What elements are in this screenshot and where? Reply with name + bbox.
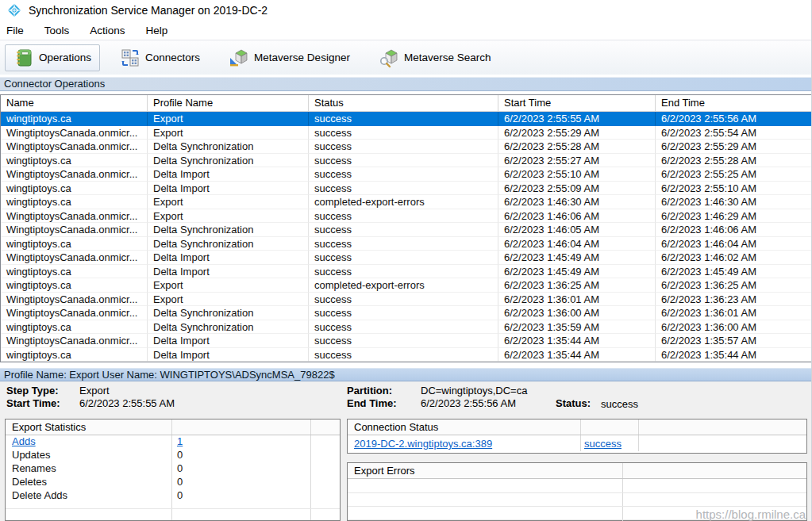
- cell-status: success: [309, 209, 498, 224]
- cell-status: completed-export-errors: [309, 195, 498, 209]
- cell-end-time: 6/2/2023 1:46:04 AM: [656, 237, 812, 251]
- table-row[interactable]: wingtiptoys.ca Delta Synchronization suc…: [1, 237, 811, 251]
- sync-service-manager-window: { "window": { "title": "Synchronization …: [0, 0, 812, 521]
- column-header-start-time[interactable]: Start Time: [498, 95, 656, 111]
- connectors-button[interactable]: Connectors: [111, 44, 209, 71]
- table-row[interactable]: wingtiptoys.ca Delta Import success 6/2/…: [1, 348, 811, 362]
- statistic-label: Renames: [6, 462, 171, 476]
- cell-start-time: 6/2/2023 2:55:10 AM: [498, 167, 656, 182]
- table-row[interactable]: wingtiptoys.ca Export completed-export-e…: [1, 195, 811, 209]
- cell-status: success: [309, 293, 498, 307]
- table-row[interactable]: WingtiptoysCanada.onmicr... Export succe…: [1, 293, 811, 307]
- cell-start-time: 6/2/2023 2:55:09 AM: [498, 182, 656, 196]
- cell-name: wingtiptoys.ca: [1, 182, 148, 196]
- cell-start-time: 6/2/2023 1:35:59 AM: [498, 320, 656, 335]
- table-row[interactable]: WingtiptoysCanada.onmicr... Delta Synchr…: [1, 140, 811, 154]
- statistic-label: Updates: [6, 449, 171, 462]
- connector-operations-banner: Connector Operations: [0, 77, 811, 91]
- cell-start-time: 6/2/2023 2:55:27 AM: [498, 154, 656, 168]
- table-row[interactable]: WingtiptoysCanada.onmicr... Delta Synchr…: [1, 306, 811, 320]
- column-header-profile-name[interactable]: Profile Name: [148, 95, 309, 111]
- export-errors-header: Export Errors: [348, 463, 806, 479]
- statistic-label: Delete Adds: [6, 489, 171, 503]
- metaverse-search-label: Metaverse Search: [404, 52, 491, 63]
- statistic-value: 0: [171, 489, 183, 503]
- cell-end-time: 6/2/2023 2:55:56 AM: [656, 112, 812, 126]
- menu-bar: File Tools Actions Help: [0, 21, 811, 40]
- cell-name: WingtiptoysCanada.onmicr...: [1, 306, 148, 320]
- cell-profile-name: Export: [148, 293, 309, 307]
- cell-start-time: 6/2/2023 1:46:30 AM: [498, 195, 656, 209]
- table-row[interactable]: WingtiptoysCanada.onmicr... Delta Import…: [1, 251, 811, 265]
- cell-end-time: 6/2/2023 2:55:25 AM: [656, 167, 812, 182]
- cell-end-time: 6/2/2023 1:36:01 AM: [656, 306, 812, 320]
- menu-help[interactable]: Help: [146, 25, 168, 36]
- table-row[interactable]: wingtiptoys.ca Export completed-export-e…: [1, 278, 811, 293]
- connection-server-link[interactable]: 2019-DC-2.wingtiptoys.ca:389: [354, 437, 492, 451]
- menu-actions[interactable]: Actions: [90, 25, 125, 36]
- cell-name: WingtiptoysCanada.onmicr...: [1, 167, 148, 182]
- cell-end-time: 6/2/2023 2:55:54 AM: [656, 126, 812, 140]
- metaverse-search-icon: [379, 48, 399, 68]
- connector-operations-title: Connector Operations: [4, 78, 105, 90]
- title-bar: Synchronization Service Manager on 2019-…: [0, 0, 811, 21]
- cell-profile-name: Export: [148, 126, 309, 140]
- cell-end-time: 6/2/2023 1:46:06 AM: [656, 223, 812, 237]
- cell-start-time: 6/2/2023 1:36:00 AM: [498, 306, 656, 320]
- table-row[interactable]: WingtiptoysCanada.onmicr... Delta Import…: [1, 167, 811, 182]
- profile-detail-banner: Profile Name: Export User Name: WINGTIPT…: [0, 368, 811, 381]
- cell-start-time: 6/2/2023 1:35:44 AM: [498, 334, 656, 348]
- cell-status: completed-export-errors: [309, 278, 498, 293]
- cell-start-time: 6/2/2023 1:45:49 AM: [498, 265, 656, 279]
- statistic-value: 0: [171, 462, 183, 476]
- column-header-name[interactable]: Name: [1, 95, 148, 111]
- cell-end-time: 6/2/2023 2:55:10 AM: [656, 182, 812, 196]
- statistic-row[interactable]: Delete Adds 0: [6, 489, 340, 503]
- connection-status-link[interactable]: success: [584, 437, 622, 451]
- metaverse-designer-button[interactable]: Metaverse Designer: [220, 44, 359, 71]
- cell-end-time: 6/2/2023 2:55:28 AM: [656, 154, 812, 168]
- table-row[interactable]: wingtiptoys.ca Export success 6/2/2023 2…: [1, 112, 811, 126]
- cell-name: WingtiptoysCanada.onmicr...: [1, 209, 148, 224]
- operations-button[interactable]: Operations: [5, 44, 100, 71]
- table-header: Name Profile Name Status Start Time End …: [1, 95, 811, 112]
- statistic-row[interactable]: Adds 1: [6, 435, 340, 449]
- cell-status: success: [309, 182, 498, 196]
- statistic-row[interactable]: Renames 0: [6, 462, 340, 476]
- cell-start-time: 6/2/2023 1:46:04 AM: [498, 237, 656, 251]
- cell-end-time: 6/2/2023 1:36:23 AM: [656, 293, 812, 307]
- cell-name: WingtiptoysCanada.onmicr...: [1, 126, 148, 140]
- cell-name: wingtiptoys.ca: [1, 348, 148, 362]
- menu-tools[interactable]: Tools: [44, 25, 70, 36]
- cell-status: success: [309, 112, 498, 126]
- cell-end-time: 6/2/2023 1:36:25 AM: [656, 278, 812, 293]
- menu-file[interactable]: File: [6, 25, 24, 36]
- table-row[interactable]: WingtiptoysCanada.onmicr... Delta Import…: [1, 334, 811, 348]
- cell-end-time: 6/2/2023 1:35:44 AM: [656, 348, 812, 362]
- cell-start-time: 6/2/2023 1:35:44 AM: [498, 348, 656, 362]
- cell-start-time: 6/2/2023 1:46:06 AM: [498, 209, 656, 224]
- table-row[interactable]: WingtiptoysCanada.onmicr... Export succe…: [1, 209, 811, 224]
- table-row[interactable]: wingtiptoys.ca Delta Synchronization suc…: [1, 154, 811, 168]
- statistic-row[interactable]: Updates 0: [6, 449, 340, 462]
- column-header-status[interactable]: Status: [309, 95, 498, 111]
- table-row[interactable]: wingtiptoys.ca Delta Import success 6/2/…: [1, 182, 811, 196]
- cell-status: success: [309, 167, 498, 182]
- statistic-label: Deletes: [6, 476, 171, 489]
- cell-end-time: 6/2/2023 1:46:02 AM: [656, 251, 812, 265]
- column-header-end-time[interactable]: End Time: [656, 95, 812, 111]
- status-label: Status:: [556, 397, 591, 409]
- table-row[interactable]: wingtiptoys.ca Delta Synchronization suc…: [1, 320, 811, 335]
- table-row[interactable]: WingtiptoysCanada.onmicr... Export succe…: [1, 126, 811, 140]
- export-statistics-header: Export Statistics: [6, 419, 340, 435]
- cell-start-time: 6/2/2023 2:55:29 AM: [498, 126, 656, 140]
- table-row[interactable]: WingtiptoysCanada.onmicr... Delta Synchr…: [1, 223, 811, 237]
- metaverse-search-button[interactable]: Metaverse Search: [370, 44, 500, 71]
- cell-end-time: 6/2/2023 1:36:00 AM: [656, 320, 812, 335]
- cell-status: success: [309, 154, 498, 168]
- statistic-value: 0: [171, 449, 183, 462]
- table-row[interactable]: wingtiptoys.ca Delta Import success 6/2/…: [1, 265, 811, 279]
- statistic-value: 1: [171, 435, 183, 449]
- cell-name: WingtiptoysCanada.onmicr...: [1, 140, 148, 154]
- statistic-row[interactable]: Deletes 0: [6, 476, 340, 489]
